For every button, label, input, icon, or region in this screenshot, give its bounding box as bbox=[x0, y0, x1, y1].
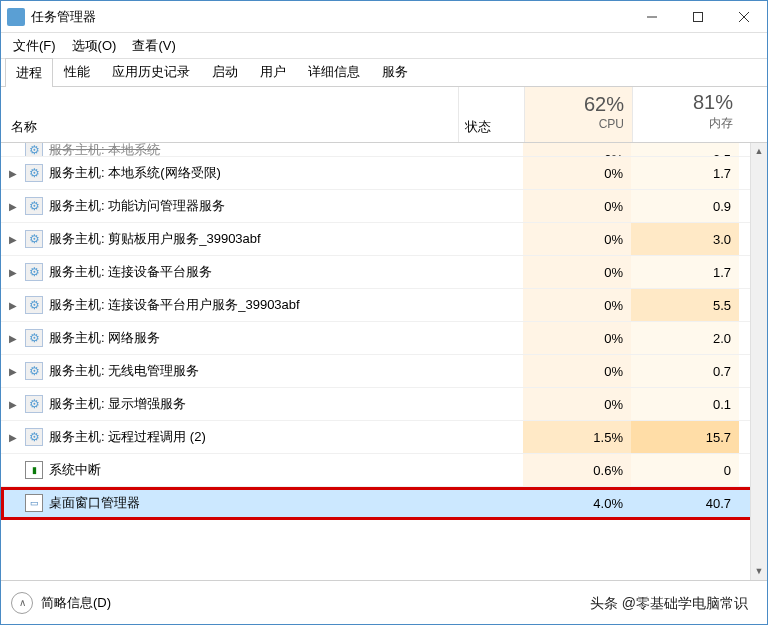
process-row[interactable]: ▶服务主机: 连接设备平台服务0%1.7 bbox=[1, 256, 767, 289]
process-icon bbox=[25, 230, 43, 248]
process-icon bbox=[25, 143, 43, 157]
close-button[interactable] bbox=[721, 1, 767, 33]
maximize-button[interactable] bbox=[675, 1, 721, 33]
process-row[interactable]: 服务主机: 本地系统0%0.5 bbox=[1, 143, 767, 157]
menubar: 文件(F) 选项(O) 查看(V) bbox=[1, 33, 767, 59]
process-mem: 15.7 bbox=[631, 421, 739, 453]
watermark: 头条 @零基础学电脑常识 bbox=[590, 595, 748, 613]
column-headers: 名称 状态 62% CPU 81% 内存 bbox=[1, 87, 767, 143]
menu-options[interactable]: 选项(O) bbox=[64, 34, 125, 58]
expand-icon[interactable]: ▶ bbox=[5, 432, 21, 443]
process-icon bbox=[25, 197, 43, 215]
process-name: 服务主机: 剪贴板用户服务_39903abf bbox=[49, 230, 457, 248]
process-name: 服务主机: 远程过程调用 (2) bbox=[49, 428, 457, 446]
cpu-total-pct: 62% bbox=[525, 93, 624, 116]
process-row[interactable]: ▶服务主机: 连接设备平台用户服务_39903abf0%5.5 bbox=[1, 289, 767, 322]
process-name: 服务主机: 网络服务 bbox=[49, 329, 457, 347]
tab-processes[interactable]: 进程 bbox=[5, 58, 53, 87]
process-name: 服务主机: 本地系统(网络受限) bbox=[49, 164, 457, 182]
process-name: 服务主机: 连接设备平台服务 bbox=[49, 263, 457, 281]
process-cpu: 0% bbox=[523, 143, 631, 156]
process-icon bbox=[25, 164, 43, 182]
process-icon bbox=[25, 395, 43, 413]
process-name: 服务主机: 本地系统 bbox=[49, 143, 457, 157]
vertical-scrollbar[interactable]: ▲ ▼ bbox=[750, 143, 767, 580]
process-cpu: 0% bbox=[523, 322, 631, 354]
tab-services[interactable]: 服务 bbox=[371, 57, 419, 86]
process-row[interactable]: ▶服务主机: 功能访问管理器服务0%0.9 bbox=[1, 190, 767, 223]
fewer-details-icon[interactable]: ∧ bbox=[11, 592, 33, 614]
tabbar: 进程 性能 应用历史记录 启动 用户 详细信息 服务 bbox=[1, 59, 767, 87]
content-area: 名称 状态 62% CPU 81% 内存 服务主机: 本地系统0%0.5▶服务主… bbox=[1, 87, 767, 580]
fewer-details-label[interactable]: 简略信息(D) bbox=[41, 594, 111, 612]
process-icon bbox=[25, 494, 43, 512]
process-name: 服务主机: 功能访问管理器服务 bbox=[49, 197, 457, 215]
expand-icon[interactable]: ▶ bbox=[5, 399, 21, 410]
window-controls bbox=[629, 1, 767, 33]
process-row[interactable]: ▶服务主机: 无线电管理服务0%0.7 bbox=[1, 355, 767, 388]
process-name: 服务主机: 无线电管理服务 bbox=[49, 362, 457, 380]
process-icon bbox=[25, 362, 43, 380]
process-cpu: 0% bbox=[523, 388, 631, 420]
menu-file[interactable]: 文件(F) bbox=[5, 34, 64, 58]
col-header-status[interactable]: 状态 bbox=[459, 87, 525, 142]
process-name: 系统中断 bbox=[49, 461, 457, 479]
col-header-name[interactable]: 名称 bbox=[1, 87, 459, 142]
process-mem: 1.7 bbox=[631, 256, 739, 288]
tab-performance[interactable]: 性能 bbox=[53, 57, 101, 86]
process-cpu: 0% bbox=[523, 256, 631, 288]
process-icon bbox=[25, 263, 43, 281]
window-title: 任务管理器 bbox=[31, 8, 629, 26]
process-name: 服务主机: 显示增强服务 bbox=[49, 395, 457, 413]
task-manager-window: 任务管理器 文件(F) 选项(O) 查看(V) 进程 性能 应用历史记录 启动 … bbox=[0, 0, 768, 625]
process-mem: 0.5 bbox=[631, 143, 739, 156]
expand-icon[interactable]: ▶ bbox=[5, 333, 21, 344]
process-cpu: 0% bbox=[523, 289, 631, 321]
mem-label: 内存 bbox=[633, 115, 733, 132]
process-icon bbox=[25, 329, 43, 347]
col-header-mem[interactable]: 81% 内存 bbox=[633, 87, 741, 142]
mem-total-pct: 81% bbox=[633, 91, 733, 114]
tab-users[interactable]: 用户 bbox=[249, 57, 297, 86]
expand-icon[interactable]: ▶ bbox=[5, 366, 21, 377]
process-cpu: 0.6% bbox=[523, 454, 631, 486]
expand-icon[interactable]: ▶ bbox=[5, 201, 21, 212]
process-row[interactable]: 桌面窗口管理器4.0%40.7 bbox=[1, 487, 767, 520]
process-name: 服务主机: 连接设备平台用户服务_39903abf bbox=[49, 296, 457, 314]
process-mem: 2.0 bbox=[631, 322, 739, 354]
process-row[interactable]: ▶服务主机: 本地系统(网络受限)0%1.7 bbox=[1, 157, 767, 190]
process-mem: 0.7 bbox=[631, 355, 739, 387]
tab-details[interactable]: 详细信息 bbox=[297, 57, 371, 86]
menu-view[interactable]: 查看(V) bbox=[124, 34, 183, 58]
process-mem: 0.9 bbox=[631, 190, 739, 222]
process-icon bbox=[25, 296, 43, 314]
scroll-down-icon[interactable]: ▼ bbox=[751, 563, 767, 580]
process-mem: 40.7 bbox=[631, 487, 739, 519]
expand-icon[interactable]: ▶ bbox=[5, 300, 21, 311]
titlebar[interactable]: 任务管理器 bbox=[1, 1, 767, 33]
minimize-button[interactable] bbox=[629, 1, 675, 33]
svg-rect-1 bbox=[694, 12, 703, 21]
process-row[interactable]: 系统中断0.6%0 bbox=[1, 454, 767, 487]
process-mem: 0 bbox=[631, 454, 739, 486]
process-list[interactable]: 服务主机: 本地系统0%0.5▶服务主机: 本地系统(网络受限)0%1.7▶服务… bbox=[1, 143, 767, 580]
tab-apphistory[interactable]: 应用历史记录 bbox=[101, 57, 201, 86]
process-icon bbox=[25, 461, 43, 479]
process-mem: 0.1 bbox=[631, 388, 739, 420]
process-cpu: 1.5% bbox=[523, 421, 631, 453]
process-row[interactable]: ▶服务主机: 显示增强服务0%0.1 bbox=[1, 388, 767, 421]
tab-startup[interactable]: 启动 bbox=[201, 57, 249, 86]
app-icon bbox=[7, 8, 25, 26]
process-row[interactable]: ▶服务主机: 远程过程调用 (2)1.5%15.7 bbox=[1, 421, 767, 454]
process-row[interactable]: ▶服务主机: 剪贴板用户服务_39903abf0%3.0 bbox=[1, 223, 767, 256]
process-name: 桌面窗口管理器 bbox=[49, 494, 457, 512]
process-mem: 1.7 bbox=[631, 157, 739, 189]
col-header-cpu[interactable]: 62% CPU bbox=[525, 87, 633, 142]
process-row[interactable]: ▶服务主机: 网络服务0%2.0 bbox=[1, 322, 767, 355]
expand-icon[interactable]: ▶ bbox=[5, 168, 21, 179]
expand-icon[interactable]: ▶ bbox=[5, 234, 21, 245]
process-cpu: 0% bbox=[523, 190, 631, 222]
process-mem: 3.0 bbox=[631, 223, 739, 255]
expand-icon[interactable]: ▶ bbox=[5, 267, 21, 278]
scroll-up-icon[interactable]: ▲ bbox=[751, 143, 767, 160]
